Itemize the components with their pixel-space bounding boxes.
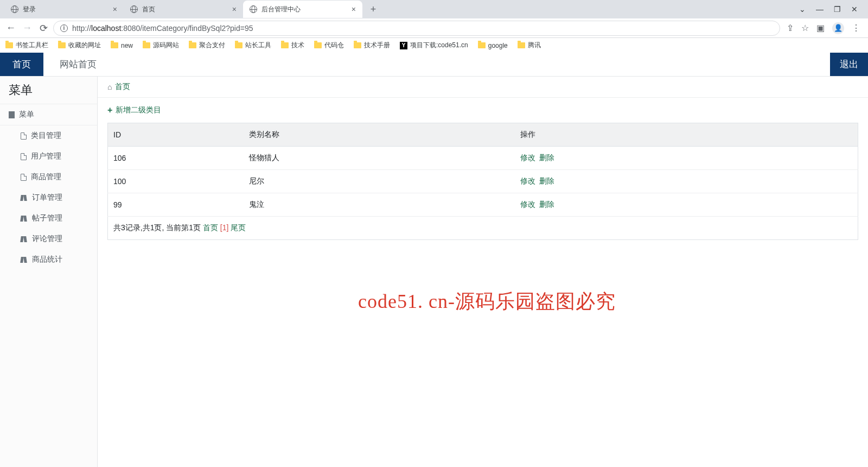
sidebar-item-order[interactable]: 订单管理 <box>0 187 97 208</box>
cell-name: 怪物猎人 <box>244 147 515 170</box>
bookmark-folder[interactable]: 收藏的网址 <box>58 41 101 50</box>
app: 首页 网站首页 退出 菜单 菜单 类目管理 用户管理 商品管理 订单管理 帖子管… <box>0 53 868 467</box>
edit-link[interactable]: 修改 <box>520 176 535 185</box>
delete-link[interactable]: 删除 <box>539 176 554 185</box>
document-icon <box>21 132 27 140</box>
delete-link[interactable]: 删除 <box>539 153 554 162</box>
maximize-icon[interactable]: ❐ <box>833 5 841 14</box>
watermark: code51. cn-源码乐园盗图必究 <box>358 288 616 315</box>
nav-home-button[interactable]: 首页 <box>0 53 43 76</box>
th-op: 操作 <box>515 123 858 147</box>
pagination-first[interactable]: 首页 <box>203 223 218 232</box>
folder-icon <box>354 42 361 48</box>
sidebar-item-category[interactable]: 类目管理 <box>0 125 97 146</box>
browser-toolbar: ← → ⟳ i http://localhost:8080/itemCatego… <box>0 18 868 38</box>
tab-login[interactable]: 登录 × <box>4 1 124 18</box>
nav-site-link[interactable]: 网站首页 <box>43 53 97 76</box>
close-icon[interactable]: × <box>113 5 117 14</box>
edit-link[interactable]: 修改 <box>520 200 535 209</box>
plus-icon: + <box>107 105 112 115</box>
th-name: 类别名称 <box>244 123 515 147</box>
toolbar-right: ⇪ ☆ ▣ 👤 ⋮ <box>783 22 864 34</box>
browser-chrome: 登录 × 首页 × 后台管理中心 × + ⌄ — ❐ ✕ ← → ⟳ i htt… <box>0 0 868 53</box>
address-bar[interactable]: i http://localhost:8080/itemCategory/fin… <box>53 21 780 36</box>
folder-icon <box>58 42 66 48</box>
pagination-summary: 共3记录,共1页, 当前第1页 <box>113 223 201 232</box>
content: ⌂ 首页 + 新增二级类目 ID 类别名称 操作 <box>98 77 868 467</box>
globe-icon <box>130 5 138 13</box>
cell-op: 修改 删除 <box>515 170 858 193</box>
y-icon: Y <box>400 42 407 49</box>
book-icon <box>21 236 28 242</box>
forward-button[interactable]: → <box>21 22 34 35</box>
bookmark-folder[interactable]: 技术 <box>281 41 304 50</box>
breadcrumb-home-link[interactable]: 首页 <box>115 82 130 92</box>
bookmarks-bar: 书签工具栏 收藏的网址 new 源码网站 聚合支付 站长工具 技术 代码仓 技术… <box>0 38 868 53</box>
cell-name: 鬼泣 <box>244 193 515 217</box>
folder-icon <box>281 42 289 48</box>
globe-icon <box>250 5 257 13</box>
bookmark-folder[interactable]: new <box>111 42 133 49</box>
th-id: ID <box>108 123 244 147</box>
folder-icon <box>235 42 242 48</box>
sidebar-title: 菜单 <box>0 77 97 104</box>
sidebar-item-comment[interactable]: 评论管理 <box>0 229 97 249</box>
close-window-icon[interactable]: ✕ <box>851 5 858 14</box>
minimize-icon[interactable]: — <box>816 5 824 14</box>
back-button[interactable]: ← <box>4 22 17 35</box>
close-icon[interactable]: × <box>352 5 356 14</box>
sidebar-item-stats[interactable]: 商品统计 <box>0 249 97 270</box>
star-icon[interactable]: ☆ <box>801 23 809 33</box>
bookmark-folder[interactable]: 源码网站 <box>143 41 179 50</box>
url-path: :8080/itemCategory/findBySql2?pid=95 <box>121 24 253 33</box>
delete-link[interactable]: 删除 <box>539 200 554 209</box>
bookmark-folder[interactable]: 代码仓 <box>314 41 344 50</box>
panel-icon[interactable]: ▣ <box>816 23 825 33</box>
bookmark-folder[interactable]: 技术手册 <box>354 41 390 50</box>
logout-button[interactable]: 退出 <box>830 53 868 76</box>
document-icon <box>9 111 15 118</box>
table-row: 100 尼尔 修改 删除 <box>108 170 858 193</box>
tab-admin[interactable]: 后台管理中心 × <box>243 1 362 18</box>
sidebar-item-post[interactable]: 帖子管理 <box>0 208 97 229</box>
tab-title: 后台管理中心 <box>261 5 301 14</box>
menu-icon[interactable]: ⋮ <box>852 23 860 33</box>
book-icon <box>21 257 28 263</box>
new-tab-button[interactable]: + <box>366 2 381 17</box>
sidebar-item-user[interactable]: 用户管理 <box>0 146 97 167</box>
document-icon <box>21 153 27 160</box>
folder-icon <box>478 42 486 48</box>
add-category-button[interactable]: + 新增二级类目 <box>98 98 868 123</box>
app-body: 菜单 菜单 类目管理 用户管理 商品管理 订单管理 帖子管理 评论管理 商品统计… <box>0 77 868 467</box>
reload-button[interactable]: ⟳ <box>37 22 50 35</box>
edit-link[interactable]: 修改 <box>520 153 535 162</box>
bookmark-link[interactable]: Y项目下载:code51.cn <box>400 41 468 50</box>
tab-title: 登录 <box>23 5 36 14</box>
close-icon[interactable]: × <box>232 5 237 14</box>
pagination-row: 共3记录,共1页, 当前第1页 首页 [1] 尾页 <box>108 217 858 240</box>
tab-strip: 登录 × 首页 × 后台管理中心 × + ⌄ — ❐ ✕ <box>0 0 868 18</box>
cell-id: 100 <box>108 170 244 193</box>
avatar[interactable]: 👤 <box>832 22 844 34</box>
pagination-last[interactable]: 尾页 <box>231 223 246 232</box>
share-icon[interactable]: ⇪ <box>787 23 794 33</box>
book-icon <box>21 216 28 222</box>
table-row: 99 鬼泣 修改 删除 <box>108 193 858 217</box>
bookmark-folder[interactable]: 聚合支付 <box>189 41 225 50</box>
bookmark-folder[interactable]: 站长工具 <box>235 41 271 50</box>
cell-op: 修改 删除 <box>515 193 858 217</box>
table-header-row: ID 类别名称 操作 <box>108 123 858 147</box>
app-header: 首页 网站首页 退出 <box>0 53 868 77</box>
bookmark-folder[interactable]: 书签工具栏 <box>5 41 48 50</box>
chevron-down-icon[interactable]: ⌄ <box>799 5 806 14</box>
url-protocol: http:// <box>72 24 91 33</box>
info-icon[interactable]: i <box>60 24 68 32</box>
bookmark-folder[interactable]: google <box>478 42 508 49</box>
bookmark-folder[interactable]: 腾讯 <box>518 41 541 50</box>
folder-icon <box>143 42 150 48</box>
menu-root[interactable]: 菜单 <box>0 104 97 125</box>
sidebar-item-product[interactable]: 商品管理 <box>0 167 97 187</box>
globe-icon <box>11 5 18 13</box>
cell-id: 99 <box>108 193 244 217</box>
tab-home[interactable]: 首页 × <box>124 1 243 18</box>
